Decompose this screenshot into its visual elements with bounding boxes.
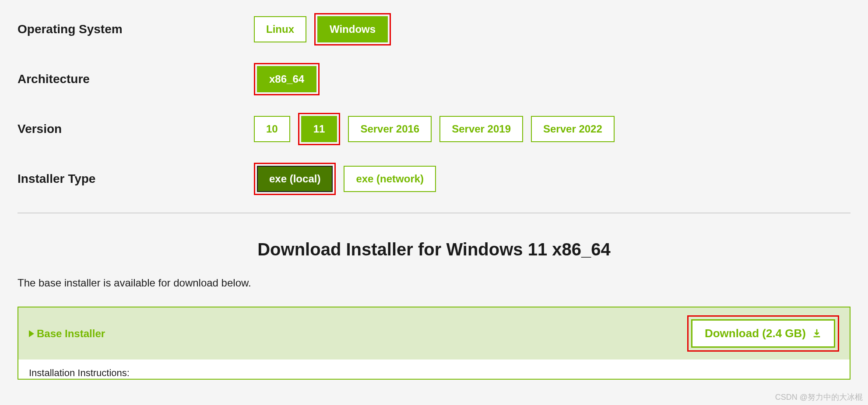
- options-os: Linux Windows: [254, 13, 391, 45]
- option-linux[interactable]: Linux: [254, 16, 306, 42]
- installer-title: Base Installer: [37, 328, 105, 340]
- download-button[interactable]: Download (2.4 GB): [691, 319, 835, 348]
- installer-title-wrap[interactable]: Base Installer: [29, 328, 105, 340]
- download-subtext: The base installer is available for down…: [18, 277, 850, 289]
- selector-row-version: Version 10 11 Server 2016 Server 2019 Se…: [18, 113, 850, 145]
- highlight-x86-64: x86_64: [254, 63, 320, 95]
- option-exe-local[interactable]: exe (local): [257, 166, 333, 192]
- option-version-11[interactable]: 11: [301, 116, 337, 142]
- label-version: Version: [18, 122, 254, 136]
- highlight-windows: Windows: [314, 13, 391, 45]
- label-os: Operating System: [18, 22, 254, 36]
- options-version: 10 11 Server 2016 Server 2019 Server 202…: [254, 113, 615, 145]
- label-installer-type: Installer Type: [18, 172, 254, 186]
- option-server-2022[interactable]: Server 2022: [531, 116, 615, 142]
- installer-panel: Base Installer Download (2.4 GB) Install…: [18, 307, 850, 380]
- installer-header: Base Installer Download (2.4 GB): [18, 307, 850, 360]
- download-button-label: Download (2.4 GB): [705, 327, 806, 340]
- chevron-right-icon: [29, 330, 34, 337]
- option-version-10[interactable]: 10: [254, 116, 290, 142]
- options-installer-type: exe (local) exe (network): [254, 163, 436, 195]
- option-server-2019[interactable]: Server 2019: [439, 116, 523, 142]
- highlight-download-button: Download (2.4 GB): [687, 315, 839, 352]
- highlight-version-11: 11: [298, 113, 341, 145]
- selector-row-installer-type: Installer Type exe (local) exe (network): [18, 163, 850, 195]
- label-arch: Architecture: [18, 72, 254, 86]
- selector-row-arch: Architecture x86_64: [18, 63, 850, 95]
- installation-instructions-label: Installation Instructions:: [18, 360, 850, 379]
- download-icon: [812, 329, 822, 339]
- highlight-exe-local: exe (local): [254, 163, 336, 195]
- download-heading: Download Installer for Windows 11 x86_64: [18, 240, 850, 259]
- option-server-2016[interactable]: Server 2016: [348, 116, 432, 142]
- options-arch: x86_64: [254, 63, 320, 95]
- option-exe-network[interactable]: exe (network): [344, 166, 436, 192]
- option-x86-64[interactable]: x86_64: [257, 66, 316, 92]
- option-windows[interactable]: Windows: [317, 16, 388, 42]
- selector-row-os: Operating System Linux Windows: [18, 13, 850, 45]
- divider: [18, 213, 850, 213]
